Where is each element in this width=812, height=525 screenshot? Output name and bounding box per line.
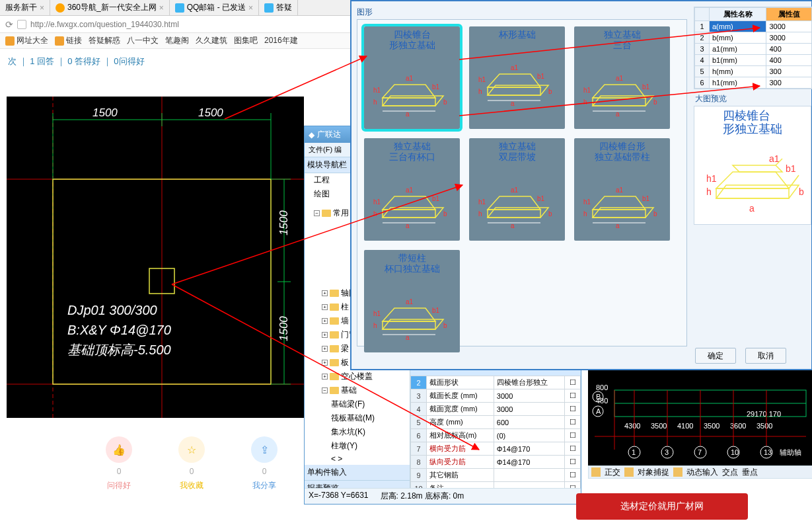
prop-check[interactable]: ☐ [565, 442, 581, 456]
expand-icon[interactable]: + [322, 304, 328, 310]
snap-icon[interactable] [624, 467, 634, 477]
shape-tile[interactable]: 独立基础三台 a1 b1 h1 h a b [574, 26, 670, 129]
prop-check[interactable]: ☐ [565, 456, 581, 469]
prop-name[interactable]: 其它钢筋 [427, 469, 494, 482]
prop-value[interactable]: 600 [494, 416, 564, 429]
tree-sub[interactable]: 筏板基础(M) [305, 411, 410, 425]
svg-text:h: h [583, 210, 587, 218]
attr-name[interactable]: a(mm) [710, 21, 766, 32]
attr-name[interactable]: a1(mm) [710, 44, 766, 55]
prop-check[interactable]: ☐ [565, 416, 581, 429]
prop-value[interactable] [494, 482, 564, 489]
attr-value[interactable]: 3000 [766, 21, 812, 32]
ok-button[interactable]: 确定 [695, 348, 736, 364]
like-button[interactable]: 👍0问得好 [106, 436, 132, 491]
fav-button[interactable]: ☆0我收藏 [178, 436, 205, 491]
tree-item[interactable]: −基础 [305, 384, 410, 397]
attr-value[interactable]: 400 [766, 55, 812, 66]
shape-tile[interactable]: 杯形基础 a1 b1 h1 h a b [469, 26, 565, 129]
prop-name[interactable]: 截面形状 [427, 376, 494, 389]
refresh-icon[interactable]: ⟳ [5, 19, 13, 30]
attr-value[interactable]: 400 [766, 44, 812, 55]
attr-name[interactable]: h(mm) [710, 66, 766, 77]
dyn-input-label[interactable]: 动态输入 [686, 467, 718, 478]
snap-label[interactable]: 对象捕捉 [638, 467, 669, 478]
url-text[interactable]: http://e.fwxgx.com/question_1944030.html [30, 20, 179, 29]
bookmark-item[interactable]: 链接 [55, 35, 82, 46]
prop-value[interactable]: 3000 [494, 403, 564, 416]
intersect-label[interactable]: 交点 [722, 467, 738, 478]
tab-3[interactable]: QQ邮箱 - 已发送× [170, 0, 259, 15]
bookmark-item[interactable]: 2016年建 [264, 35, 298, 46]
expand-icon[interactable]: + [322, 318, 328, 324]
shape-tile[interactable]: 四棱锥台形独立基础带柱 a1 b1 h1 h a b [574, 138, 670, 241]
side-button[interactable]: 单构件输入 [305, 465, 410, 481]
expand-icon[interactable]: + [322, 346, 328, 352]
bookmark-item[interactable]: 笔趣阁 [165, 35, 189, 46]
bookmark-item[interactable]: 八一中文 [127, 35, 159, 46]
prop-value[interactable]: 3000 [494, 389, 564, 403]
prop-name[interactable]: 截面宽度 (mm) [427, 403, 494, 416]
prop-value[interactable]: Φ14@170 [494, 442, 564, 456]
prop-name[interactable]: 相对底标高(m) [427, 429, 494, 442]
promo-banner[interactable]: 选材定价就用广材网 [576, 493, 748, 520]
prop-check[interactable]: ☐ [565, 469, 581, 482]
tree-scroll[interactable]: < > [305, 453, 410, 465]
shape-tile[interactable]: 独立基础双层带坡 a1 b1 h1 h a b [469, 138, 565, 241]
prop-name[interactable]: 横向受力筋 [427, 442, 494, 456]
bookmark-item[interactable]: 网址大全 [5, 35, 48, 46]
prop-value[interactable] [494, 469, 564, 482]
perp-label[interactable]: 垂点 [742, 467, 758, 478]
tab-2[interactable]: 360导航_新一代安全上网× [50, 0, 170, 15]
attr-value[interactable]: 300 [766, 77, 812, 89]
share-button[interactable]: ⇪0我分享 [251, 436, 277, 491]
prop-value[interactable]: (0) [494, 429, 564, 442]
close-icon[interactable]: × [248, 3, 253, 13]
prop-name[interactable]: 备注 [427, 482, 494, 489]
tab-4[interactable]: 答疑 [259, 0, 298, 15]
bookmark-item[interactable]: 久久建筑 [196, 35, 227, 46]
bookmark-item[interactable]: 图集吧 [234, 35, 258, 46]
tab-1[interactable]: 服务新干× [0, 0, 50, 15]
ortho-label[interactable]: 正交 [605, 467, 620, 478]
expand-icon[interactable]: + [322, 332, 328, 338]
ortho-icon[interactable] [591, 467, 601, 477]
close-icon[interactable]: × [40, 3, 44, 13]
shape-tile[interactable]: 带短柱杯口独立基础 a1 b1 h1 h a b [364, 250, 460, 352]
prop-check[interactable]: ☐ [565, 403, 581, 416]
prop-check[interactable]: ☐ [565, 376, 581, 389]
expand-icon[interactable]: + [322, 374, 328, 380]
star-icon: ☆ [178, 436, 205, 463]
cad-drawing: 1500 1500 1500 1500 DJp01 300/300 B:X&Y … [7, 97, 304, 418]
prop-name[interactable]: 截面长度 (mm) [427, 389, 494, 403]
attr-name[interactable]: b1(mm) [710, 55, 766, 66]
tree-sub[interactable]: 集水坑(K) [305, 425, 410, 439]
tree-sub[interactable]: 基础梁(F) [305, 397, 410, 411]
shape-tile[interactable]: 独立基础三台有杯口 a1 b1 h1 h a b [364, 138, 460, 241]
cancel-button[interactable]: 取消 [745, 348, 786, 364]
attr-value[interactable]: 300 [766, 66, 812, 77]
expand-icon[interactable]: + [322, 290, 328, 296]
prop-check[interactable]: ☐ [565, 429, 581, 442]
collapse-icon[interactable]: − [322, 387, 328, 393]
prop-name[interactable]: 高度 (mm) [427, 416, 494, 429]
bookmark-item[interactable]: 答疑解惑 [89, 35, 120, 46]
attr-name[interactable]: b(mm) [710, 32, 766, 44]
expand-icon[interactable]: + [322, 360, 328, 366]
prop-value[interactable]: Φ14@170 [494, 456, 564, 469]
shape-tile[interactable]: 四棱锥台形独立基础 a1 b1 h1 h a b [364, 26, 460, 129]
prop-value[interactable]: 四棱锥台形独立 [494, 376, 564, 389]
tree-item[interactable]: +空心楼盖 [305, 370, 410, 384]
close-icon[interactable]: × [159, 3, 164, 13]
favicon-icon [264, 3, 274, 13]
svg-text:a: a [406, 110, 410, 118]
prop-check[interactable]: ☐ [565, 482, 581, 489]
dyn-input-icon[interactable] [673, 467, 683, 477]
prop-check[interactable]: ☐ [565, 389, 581, 403]
attr-value[interactable]: 3000 [766, 32, 812, 44]
side-button[interactable]: 报表预览 [305, 481, 410, 488]
attr-name[interactable]: h1(mm) [710, 77, 766, 89]
prop-name[interactable]: 纵向受力筋 [427, 456, 494, 469]
collapse-icon[interactable]: − [314, 210, 320, 216]
tree-sub[interactable]: 柱墩(Y) [305, 439, 410, 453]
